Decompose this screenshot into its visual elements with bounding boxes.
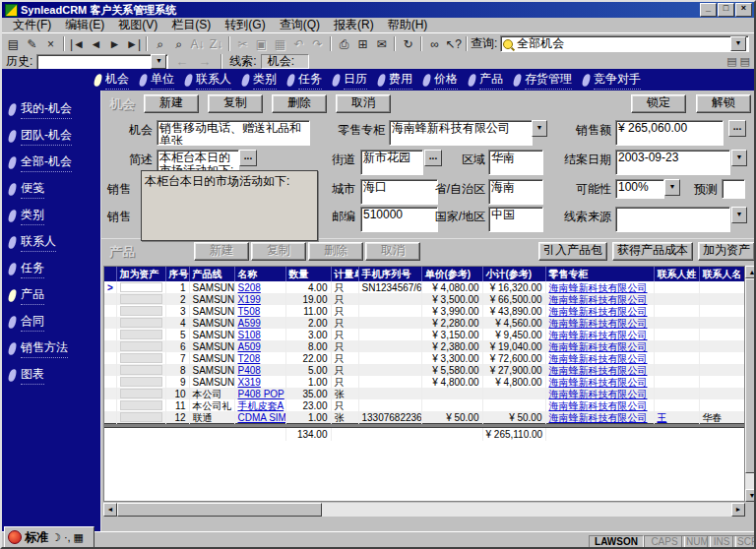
probability-dropdown-button[interactable]: ▼ [664,179,680,196]
asset-checkbox[interactable] [120,330,162,339]
ime-fullwidth-icon[interactable]: ☽ [51,531,61,543]
probability-combo[interactable]: 100% [615,179,664,199]
column-header-8[interactable]: 小计(参考) [482,267,545,281]
opportunity-button-0[interactable]: 新建 [144,94,199,113]
retail-counter-dropdown-button[interactable]: ▼ [532,120,547,137]
counter-link[interactable]: 海南蜂新科技有限公司 [549,341,648,352]
asset-checkbox[interactable] [120,365,162,375]
menu-item-6[interactable]: 报表(R) [327,17,381,33]
table-row[interactable]: 10本公司P408 POP35.00张海南蜂新科技有限公司 [104,388,745,399]
menu-item-7[interactable]: 帮助(H) [381,17,435,33]
close-date-dropdown-button[interactable]: ▼ [731,150,747,166]
last-record-icon[interactable]: ►| [124,35,143,52]
asset-cell[interactable] [116,376,165,388]
ime-logo-icon[interactable] [8,530,22,544]
sidebar-item-notes[interactable]: 便笺 [2,176,100,203]
minimize-button[interactable]: _ [700,3,717,17]
asset-cell[interactable] [116,329,165,340]
contact-last-link[interactable]: 王 [658,412,667,423]
asset-cell[interactable] [116,340,165,352]
redo-icon[interactable]: ↷ [308,35,327,52]
counter-link[interactable]: 海南蜂新科技有限公司 [549,389,648,399]
table-row[interactable]: 11本公司礼手机皮套A23.00只海南蜂新科技有限公司 [104,399,745,411]
counter-link[interactable]: 海南蜂新科技有限公司 [549,412,648,423]
ime-toolbar[interactable]: 标准 ☽ ·, ▦ [4,526,94,548]
asset-checkbox[interactable] [120,400,162,410]
tab-inventory[interactable]: 存货管理 [512,71,581,90]
next-record-icon[interactable]: ► [105,35,124,52]
scroll-up-button[interactable]: ▲ [745,266,756,278]
street-ellipsis-button[interactable]: ... [424,150,442,166]
sidebar-item-sales-method[interactable]: 销售方法 [2,336,100,362]
product-link[interactable]: 手机皮套A [238,400,284,411]
query-dropdown-button[interactable]: ▼ [730,36,746,51]
column-header-7[interactable]: 单价(参考) [421,267,482,281]
product-link[interactable]: S108 [238,330,261,340]
query-combo[interactable]: 全部机会 ▼ [500,35,749,52]
sidebar-item-tasks[interactable]: 任务 [2,256,100,282]
history-forward-icon[interactable]: → [195,54,214,69]
asset-checkbox[interactable] [120,412,162,422]
sort-desc-icon[interactable]: Z↓ [207,35,225,52]
tab-opportunity[interactable]: 机会 [93,71,138,90]
counter-link[interactable]: 海南蜂新科技有限公司 [549,318,648,329]
sidebar-item-contacts[interactable]: 联系人 [2,229,100,256]
counter-link[interactable]: 海南蜂新科技有限公司 [549,282,648,293]
print-icon[interactable]: ⎙ [335,35,353,52]
counter-link[interactable]: 海南蜂新科技有限公司 [549,365,648,376]
tab-expense[interactable]: 费用 [376,71,421,90]
menu-item-3[interactable]: 栏目(S) [164,17,218,33]
find-binoculars-icon[interactable]: ∞ [425,35,444,52]
column-header-4[interactable]: 数量 [285,267,331,281]
table-row[interactable]: 4SAMSUNGA5992.00只¥ 2,280.00¥ 4,560.00海南蜂… [104,317,745,329]
tab-unit[interactable]: 单位 [138,71,183,90]
asset-cell[interactable] [116,364,165,376]
sidebar-item-category[interactable]: 类别 [2,203,100,229]
asset-checkbox[interactable] [120,353,162,363]
opportunity-button-2[interactable]: 删除 [272,94,327,113]
counter-link[interactable]: 海南蜂新科技有限公司 [549,400,648,411]
asset-cell[interactable] [116,411,165,424]
product-link[interactable]: A599 [238,318,261,329]
product-right-button-0[interactable]: 引入产品包 [538,242,607,261]
asset-checkbox[interactable] [120,341,162,351]
ime-keyboard-icon[interactable]: ▦ [74,531,84,543]
menu-item-2[interactable]: 视图(V) [111,17,164,33]
asset-cell[interactable] [116,352,165,364]
opportunity-field-input[interactable]: 销售移动电话、赠送礼品和单张 [157,120,310,146]
column-header-1[interactable]: 序号 [165,267,189,281]
history-combo[interactable]: ▼ [36,54,168,70]
sidebar-item-all-opportunity[interactable]: 全部-机会 [2,150,100,176]
asset-cell[interactable] [116,305,165,317]
cut-icon[interactable]: ✂ [233,35,252,52]
asset-cell[interactable] [116,317,165,329]
pages-icon-1[interactable]: ▤ [726,55,736,68]
product-link[interactable]: CDMA SIM卡 [238,412,286,423]
paste-icon[interactable]: ▦ [271,35,289,52]
province-input[interactable]: 海南 [488,179,543,205]
asset-checkbox[interactable] [120,389,162,398]
refresh-icon[interactable]: ↻ [399,35,417,52]
product-link[interactable]: P408 [238,365,261,376]
forecast-checkbox[interactable] [722,179,745,199]
table-row[interactable]: 7SAMSUNGT20822.00只¥ 3,300.00¥ 72,600.00海… [104,352,745,364]
asset-cell[interactable] [116,281,165,293]
menu-item-5[interactable]: 查询(Q) [273,17,327,33]
close-button[interactable]: × [735,3,752,17]
sidebar-item-my-opportunity[interactable]: 我的-机会 [2,96,100,123]
horizontal-scrollbar[interactable]: ◄ ► [103,503,745,517]
export-icon[interactable]: ⊞ [353,35,372,52]
product-link[interactable]: X319 [238,377,261,388]
tab-product[interactable]: 产品 [467,71,512,90]
scroll-left-button[interactable]: ◄ [103,503,117,517]
product-link[interactable]: A509 [238,341,261,352]
counter-link[interactable]: 海南蜂新科技有限公司 [549,330,648,340]
opportunity-button-3[interactable]: 取消 [336,94,391,113]
new-record-icon[interactable]: ▤ [4,35,23,52]
ime-mode-label[interactable]: 标准 [25,529,48,546]
undo-icon[interactable]: ↶ [289,35,308,52]
column-header-10[interactable]: 联系人姓 [654,267,699,281]
column-header-11[interactable]: 联系人名 [699,267,745,281]
asset-cell[interactable] [116,388,165,399]
summary-ellipsis-button[interactable]: ... [239,150,257,166]
